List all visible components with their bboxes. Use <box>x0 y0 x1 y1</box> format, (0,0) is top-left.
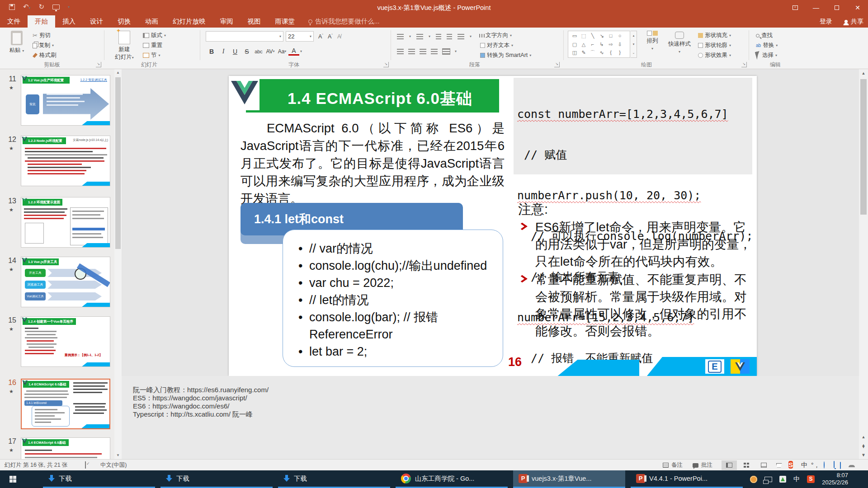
section-button[interactable]: 节▾ <box>143 51 160 60</box>
taskbar-item-powerpoint-active[interactable]: P vuejs3.x-第1章Vue... <box>513 470 625 488</box>
shape-icon[interactable]: ▭ <box>570 32 579 40</box>
previous-slide-icon[interactable]: ▲▲ <box>859 433 868 441</box>
paragraph-dialog-launcher-icon[interactable]: ↘ <box>554 62 560 67</box>
comments-toggle[interactable]: 批注 <box>693 461 712 469</box>
scroll-down-icon[interactable]: ▼ <box>859 451 868 459</box>
reading-view-button[interactable] <box>756 460 771 470</box>
taskbar-item-download-3[interactable]: 下载 <box>278 470 390 488</box>
ribbon-display-options-button[interactable]: ^ <box>785 0 806 15</box>
spell-check-icon[interactable] <box>85 462 86 468</box>
code-block[interactable]: const numberArr=[1,2,3,4,5,6,7] // 赋值 nu… <box>514 78 752 174</box>
clipboard-dialog-launcher-icon[interactable]: ↘ <box>96 62 101 67</box>
language-indicator[interactable]: 中文(中国) <box>100 461 127 469</box>
select-button[interactable]: 选择▾ <box>756 51 777 60</box>
tab-animations[interactable]: 动画 <box>138 15 165 28</box>
shrink-font-icon[interactable]: Aˇ <box>328 33 333 40</box>
shape-icon[interactable]: ⬚ <box>579 32 588 40</box>
tell-me-search[interactable]: 告诉我您想要做什么... <box>302 15 386 28</box>
share-button[interactable]: 共享 <box>844 18 863 26</box>
projector-icon[interactable] <box>764 477 772 482</box>
scroll-up-icon[interactable]: ▲ <box>114 69 122 76</box>
tab-slideshow[interactable]: 幻灯片放映 <box>165 15 213 28</box>
shape-icon[interactable]: ↘ <box>597 32 606 40</box>
minimize-button[interactable]: — <box>806 0 826 15</box>
text-direction-button[interactable]: 文字方向▾ <box>480 31 512 40</box>
taskbar-item-powerpoint-2[interactable]: P V4.4.1 - PowerPoi... <box>631 470 743 488</box>
shape-icon[interactable]: ⌒ <box>588 49 597 56</box>
shape-icon[interactable]: ⌐ <box>588 41 597 48</box>
taskbar-item-chrome[interactable]: 山东工商学院 - Go... <box>396 470 508 488</box>
maximize-button[interactable] <box>826 0 847 15</box>
layout-button[interactable]: 版式▾ <box>143 31 166 40</box>
emoji-icon[interactable] <box>824 462 825 468</box>
slide-thumbnail-15[interactable]: 1.2.4 创建第一个Vue单页程序 案例演示：【例1-1、1-2】 <box>21 316 110 367</box>
notes-toggle[interactable]: 备注 <box>663 461 683 469</box>
shape-icon[interactable]: △ <box>579 41 588 48</box>
font-name-combo[interactable]: ▾ <box>206 31 283 42</box>
numbering-icon[interactable] <box>416 34 423 39</box>
columns-icon[interactable] <box>442 48 450 55</box>
justify-icon[interactable] <box>431 49 438 54</box>
font-color-button[interactable]: A <box>288 47 299 56</box>
slide-thumbnail-17[interactable]: 1.4 ECMAScript 6.0基础 <box>21 437 110 459</box>
decrease-indent-icon[interactable] <box>436 34 441 39</box>
line-spacing-icon[interactable] <box>458 34 464 39</box>
tab-transitions[interactable]: 切换 <box>110 15 138 28</box>
shape-icon[interactable]: ○ <box>615 32 624 40</box>
soft-keyboard-icon[interactable] <box>840 462 841 469</box>
shape-icon[interactable]: ◫ <box>570 49 579 56</box>
slide-thumbnail-16-current[interactable]: 1.4 ECMAScript 6.0基础 1.4.1 let和const <box>21 379 110 429</box>
scrollbar-thumb[interactable] <box>115 77 121 249</box>
tab-review[interactable]: 审阅 <box>213 15 241 28</box>
reset-button[interactable]: 重置 <box>143 41 162 50</box>
tab-file[interactable]: 文件 <box>0 15 28 28</box>
strikethrough-button[interactable]: S <box>241 47 252 56</box>
shape-icon[interactable]: ⇩ <box>615 41 624 48</box>
shapes-gallery[interactable]: ▭ ⬚ ╲ ↘ □ ○ ▢ △ ⌐ ↳ ⇨ ⇩ ◫ ✎ ⌒ ∿ { } <box>568 31 630 58</box>
shape-icon[interactable]: ↳ <box>597 41 606 48</box>
shape-icon[interactable]: □ <box>606 32 615 40</box>
paste-button[interactable]: 粘贴 ▾ <box>4 30 30 60</box>
thumbnail-scrollbar[interactable]: ▲ ▼ <box>114 69 122 459</box>
bold-button[interactable]: B <box>206 47 217 56</box>
slideshow-view-button[interactable] <box>771 460 787 470</box>
shape-icon[interactable]: ▢ <box>570 41 579 48</box>
format-painter-button[interactable]: 格式刷 <box>33 51 57 60</box>
start-button[interactable] <box>0 470 25 488</box>
shape-icon[interactable]: ╲ <box>588 32 597 40</box>
slide-thumbnail-11[interactable]: 1.2 Vue.js生产环境配置 1.2.2 安装调试工具 安装 <box>21 75 110 126</box>
slide-paragraph[interactable]: ECMAScript 6.0（以下简称 ES6）是JavaScript语言的下一… <box>241 119 505 207</box>
font-color-caret[interactable]: ▾ <box>300 49 302 53</box>
slide-thumbnail-14[interactable]: 1.3 Vue.js开发工具 开发工具 浏览器工具 Vue调试工具 <box>21 257 110 307</box>
next-slide-icon[interactable]: ▼▼ <box>859 443 868 451</box>
text-shadow-button[interactable]: abc <box>253 47 264 56</box>
shape-icon[interactable]: ⇨ <box>606 41 615 48</box>
ime-language-toggle[interactable]: 中 <box>801 461 807 469</box>
copy-button[interactable]: 复制▾ <box>33 41 54 50</box>
shape-icon[interactable]: ✎ <box>579 49 588 56</box>
alarm-clock-icon[interactable] <box>750 476 757 483</box>
new-slide-button[interactable]: 新建 幻灯片▾ <box>109 30 139 60</box>
slide-counter[interactable]: 幻灯片 第 16 张, 共 21 张 <box>5 461 68 469</box>
smartart-button[interactable]: 转换为 SmartArt▾ <box>480 51 531 60</box>
ime-punctuation-toggle[interactable]: °， <box>811 461 820 469</box>
bullets-icon[interactable] <box>397 34 404 39</box>
font-dialog-launcher-icon[interactable]: ↘ <box>383 62 389 67</box>
find-button[interactable]: 查找 <box>756 31 773 40</box>
replace-button[interactable]: ab替换▾ <box>756 41 778 50</box>
taskbar-item-download-1[interactable]: 下载 <box>43 470 155 488</box>
scrollbar-thumb[interactable] <box>860 79 867 215</box>
sogou-tray-icon[interactable]: S <box>807 475 815 483</box>
scroll-up-icon[interactable]: ▲ <box>859 69 868 77</box>
taskbar-item-download-2[interactable]: 下载 <box>160 470 273 488</box>
slide-canvas[interactable]: 1.4 ECMAScript 6.0基础 ECMAScript 6.0（以下简称… <box>229 76 757 376</box>
sign-in-link[interactable]: 登录 <box>820 18 832 26</box>
shape-icon[interactable]: ∿ <box>597 49 606 56</box>
cut-button[interactable]: ✂剪切 <box>33 31 51 40</box>
align-right-icon[interactable] <box>420 49 426 54</box>
normal-view-button[interactable] <box>722 460 737 470</box>
align-left-icon[interactable] <box>397 49 404 54</box>
quick-styles-button[interactable]: 快速样式▾ <box>665 30 693 60</box>
shape-fill-button[interactable]: 形状填充▾ <box>698 31 731 40</box>
tab-home[interactable]: 开始 <box>28 15 55 28</box>
